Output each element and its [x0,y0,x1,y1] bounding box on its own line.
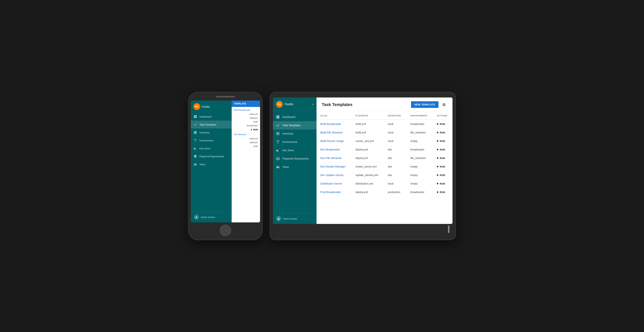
run-label-6: RUN [440,174,445,177]
tablet-sidebar: FA Fastlix ▾ Dashboard [273,97,316,224]
table-cell-inventory-5: dev [384,162,407,171]
tablet-inventory-icon [276,132,280,136]
settings-button[interactable] [441,101,447,108]
table-cell-alias-3[interactable]: Dev Broadcaster [316,145,352,154]
table-cell-playbook-4: deploy.yml [352,154,384,162]
phone-nav-dashboard-label: Dashboard [200,115,212,118]
table-cell-alias-1[interactable]: Build File Streamer [316,128,352,137]
phone-row-streamer-link[interactable]: File Streamer [232,132,260,137]
table-cell-alias-8[interactable]: Prod Broadcaster [316,188,352,196]
table-row: Build Runner Image runner_ami.yml local … [316,137,452,145]
table-row: Dev Update Ubuntu update_ubuntu.yml dev … [316,171,452,179]
task-templates-icon [194,123,197,126]
table-cell-actions-3: RUN [433,145,452,154]
phone-row-broadcaster-env2: broadcaster [232,124,260,127]
table-row: Prod Broadcaster deploy.yml production b… [316,188,452,196]
table-cell-inventory-3: dev [384,145,407,154]
run-button-3[interactable]: RUN [437,148,449,151]
task-templates-table: ALIAS PLAYBOOK INVENTORY ENVIRONMENT ACT… [316,112,452,196]
run-button-0[interactable]: RUN [437,123,449,125]
table-cell-playbook-2: runner_ami.yml [352,137,384,145]
svg-rect-3 [196,117,196,118]
tablet-key-store-icon [276,148,280,152]
table-cell-alias-6[interactable]: Dev Update Ubuntu [316,171,352,179]
table-cell-alias-5[interactable]: Dev Restart Manager [316,162,352,171]
phone-nav-inventory-label: Inventory [200,131,210,134]
table-cell-environment-4: file_streamer [407,154,433,162]
phone-home-button[interactable] [220,225,231,236]
table-cell-environment-3: broadcaster [407,145,433,154]
tablet-nav-inventory[interactable]: Inventory [273,129,316,138]
svg-rect-2 [194,117,195,118]
table-cell-playbook-3: deploy.yml [352,145,384,154]
table-cell-actions-0: RUN [433,120,452,128]
tablet-user-name: Denis Gukov [283,217,297,220]
play-icon-8 [437,191,439,193]
page-title: Task Templates [322,102,352,107]
tablet-nav-playbook-repos-label: Playbook Repositories [282,157,309,160]
run-label-5: RUN [440,165,445,168]
new-template-button[interactable]: NEW TEMPLATE [411,101,438,108]
table-cell-actions-1: RUN [433,128,452,137]
tablet-scroll-indicator [448,225,450,233]
phone-device: FA Fastlix ▾ Dashboard [188,92,262,240]
tablet-nav-team[interactable]: Team [273,163,316,171]
run-button-4[interactable]: RUN [437,157,449,160]
task-templates-table-container: ALIAS PLAYBOOK INVENTORY ENVIRONMENT ACT… [316,112,452,224]
run-button-7[interactable]: RUN [437,182,449,185]
table-row: Build File Streamer build.yml local file… [316,128,452,137]
run-button-1[interactable]: RUN [437,131,449,134]
key-store-icon [194,146,197,150]
tablet-nav-environment[interactable]: Environment [273,138,316,146]
phone-row-broadcaster-playbook: build.yml [232,112,260,116]
phone-row-streamer-inv: deployer [232,140,260,144]
phone-nav-environment-label: Environment [200,139,213,142]
phone-nav-playbook-repos-label: Playbook Repositories [200,155,224,158]
table-cell-environment-6: empty [407,171,433,179]
table-cell-alias-4[interactable]: Dev File Streamer [316,154,352,162]
tablet-dashboard-icon [276,115,280,119]
col-playbook: PLAYBOOK [352,112,384,120]
phone-row-streamer-playbook: build.yml [232,137,260,140]
tablet-nav-key-store-label: Key Store [282,149,294,152]
table-cell-playbook-7: distribution.yml [352,179,384,188]
table-cell-playbook-5: restart_server.yml [352,162,384,171]
phone-overlay-panel: TEMPLATE Build Broadcaster build.yml dep… [232,100,260,222]
tablet-sidebar-nav: Dashboard Task Templates [273,111,316,213]
col-actions: ACTIONS [433,112,452,120]
run-button-8[interactable]: RUN [437,191,449,194]
run-button-2[interactable]: RUN [437,140,449,143]
col-alias: ALIAS [316,112,352,120]
table-cell-actions-6: RUN [433,171,452,179]
phone-run-icon-1 [251,129,252,130]
phone-user-avatar [194,214,199,220]
phone-run-label-1[interactable]: RUN [253,128,258,131]
svg-rect-15 [276,134,280,135]
table-cell-environment-2: empty [407,137,433,145]
tablet-org-avatar: FA [276,101,283,108]
table-cell-actions-7: RUN [433,179,452,188]
table-cell-alias-2[interactable]: Build Runner Image [316,137,352,145]
table-cell-alias-0[interactable]: Build Broadcaster [316,120,352,128]
tablet-nav-task-templates[interactable]: Task Templates [273,121,316,129]
phone-row-broadcaster-link[interactable]: Build Broadcaster [232,108,260,112]
run-button-5[interactable]: RUN [437,165,449,168]
svg-rect-9 [276,116,278,117]
play-icon-2 [437,140,439,142]
tablet-main-content: Task Templates NEW TEMPLATE ALIAS [316,97,452,224]
table-row: Dev File Streamer deploy.yml dev file_st… [316,154,452,162]
tablet-nav-key-store[interactable]: Key Store [273,146,316,154]
environment-icon [194,139,197,142]
svg-rect-12 [278,117,280,118]
run-button-6[interactable]: RUN [437,174,449,177]
tablet-device: FA Fastlix ▾ Dashboard [270,92,456,240]
tablet-nav-playbook-repos[interactable]: Playbook Repositories [273,154,316,163]
phone-row-broadcaster-env: build [232,120,260,124]
table-cell-alias-7[interactable]: Distribution Server [316,179,352,188]
table-cell-playbook-6: update_ubuntu.yml [352,171,384,179]
table-cell-environment-8: broadcaster [407,188,433,196]
tablet-nav-dashboard[interactable]: Dashboard [273,113,316,121]
run-label-8: RUN [440,191,445,194]
table-row: Dev Broadcaster deploy.yml dev broadcast… [316,145,452,154]
tablet-task-templates-icon [276,123,280,127]
